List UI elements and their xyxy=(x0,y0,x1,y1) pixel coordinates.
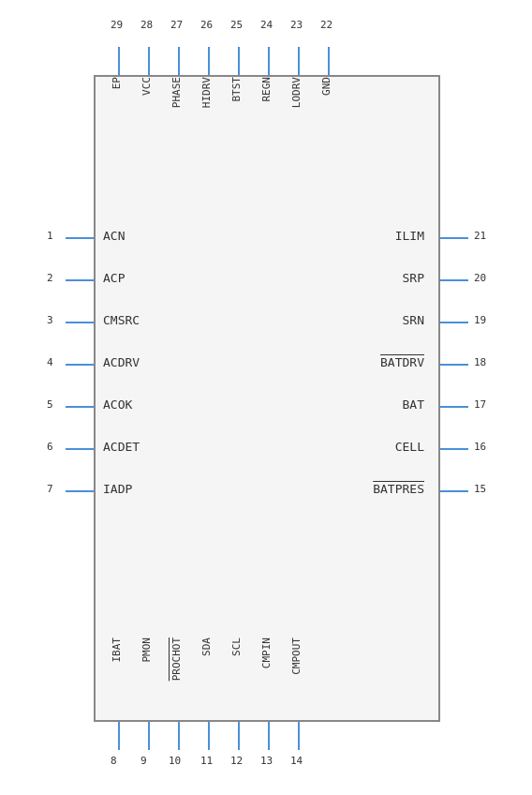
pin-10-line xyxy=(178,722,180,750)
pin-19-label: SRN xyxy=(403,313,424,327)
pin-11-number: 11 xyxy=(200,755,213,767)
pin-26-line xyxy=(208,47,210,75)
pin-2-label: ACP xyxy=(103,271,125,285)
pin-3-line xyxy=(66,322,94,323)
ic-diagram: 29 EP 28 VCC 27 PHASE 26 HIDRV 25 BTST 2… xyxy=(0,0,532,795)
pin-16-number: 16 xyxy=(474,441,486,453)
pin-22-line xyxy=(328,47,330,75)
pin-2-number: 2 xyxy=(47,272,53,284)
pin-7-label: IADP xyxy=(103,482,132,496)
pin-16-line xyxy=(440,448,468,450)
pin-25-number: 25 xyxy=(230,19,243,31)
pin-5-number: 5 xyxy=(47,398,53,411)
pin-29-number: 29 xyxy=(111,19,123,31)
pin-24-line xyxy=(268,47,270,75)
pin-25-line xyxy=(238,47,240,75)
pin-9-label: PMON xyxy=(140,638,153,663)
pin-4-label: ACDRV xyxy=(103,355,140,369)
pin-12-label: SCL xyxy=(230,638,243,656)
pin-1-number: 1 xyxy=(47,230,53,242)
pin-5-label: ACOK xyxy=(103,398,132,412)
pin-29-line xyxy=(118,47,120,75)
pin-19-number: 19 xyxy=(474,314,486,326)
pin-18-label: BATDRV xyxy=(380,355,424,369)
pin-23-number: 23 xyxy=(290,19,303,31)
pin-16-label: CELL xyxy=(395,440,424,454)
pin-17-line xyxy=(440,406,468,408)
pin-21-line xyxy=(440,237,468,239)
pin-3-label: CMSRC xyxy=(103,313,140,327)
pin-19-line xyxy=(440,322,468,323)
pin-20-label: SRP xyxy=(403,271,424,285)
pin-6-label: ACDET xyxy=(103,440,140,454)
pin-26-label: HIDRV xyxy=(200,77,213,108)
pin-23-label: LODRV xyxy=(290,77,303,108)
pin-5-line xyxy=(66,406,94,408)
pin-23-line xyxy=(298,47,300,75)
pin-10-label: PROCHOT xyxy=(170,638,183,681)
pin-4-number: 4 xyxy=(47,356,53,368)
pin-22-label: GND xyxy=(320,77,332,96)
pin-8-line xyxy=(118,722,120,750)
pin-3-number: 3 xyxy=(47,314,53,326)
pin-15-number: 15 xyxy=(474,483,486,495)
pin-27-label: PHASE xyxy=(170,77,183,108)
pin-27-number: 27 xyxy=(170,19,183,31)
pin-1-label: ACN xyxy=(103,229,125,243)
pin-14-label: CMPOUT xyxy=(290,638,303,675)
pin-24-label: REGN xyxy=(260,77,273,102)
pin-21-label: ILIM xyxy=(395,229,424,243)
pin-11-label: SDA xyxy=(200,638,213,656)
pin-12-line xyxy=(238,722,240,750)
pin-8-number: 8 xyxy=(111,755,117,767)
pin-20-number: 20 xyxy=(474,272,486,284)
pin-6-line xyxy=(66,448,94,450)
pin-24-number: 24 xyxy=(260,19,273,31)
pin-12-number: 12 xyxy=(230,755,243,767)
pin-17-number: 17 xyxy=(474,398,486,411)
pin-20-line xyxy=(440,279,468,281)
pin-28-line xyxy=(148,47,150,75)
pin-15-line xyxy=(440,490,468,492)
pin-13-number: 13 xyxy=(260,755,273,767)
pin-27-line xyxy=(178,47,180,75)
pin-22-number: 22 xyxy=(320,19,332,31)
pin-6-number: 6 xyxy=(47,441,53,453)
pin-21-number: 21 xyxy=(474,230,486,242)
ic-body xyxy=(94,75,440,722)
pin-13-label: CMPIN xyxy=(260,638,273,668)
pin-26-number: 26 xyxy=(200,19,213,31)
pin-13-line xyxy=(268,722,270,750)
pin-8-label: IBAT xyxy=(111,638,123,663)
pin-2-line xyxy=(66,279,94,281)
pin-4-line xyxy=(66,364,94,366)
pin-28-number: 28 xyxy=(140,19,153,31)
pin-17-label: BAT xyxy=(403,398,424,412)
pin-11-line xyxy=(208,722,210,750)
pin-25-label: BTST xyxy=(230,77,243,102)
pin-18-line xyxy=(440,364,468,366)
pin-15-label: BATPRES xyxy=(373,482,424,496)
pin-9-line xyxy=(148,722,150,750)
pin-7-number: 7 xyxy=(47,483,53,495)
pin-18-number: 18 xyxy=(474,356,486,368)
pin-10-number: 10 xyxy=(169,755,181,767)
pin-9-number: 9 xyxy=(140,755,147,767)
pin-29-label: EP xyxy=(111,77,123,89)
pin-7-line xyxy=(66,490,94,492)
pin-14-line xyxy=(298,722,300,750)
pin-14-number: 14 xyxy=(290,755,303,767)
pin-28-label: VCC xyxy=(140,77,153,96)
pin-1-line xyxy=(66,237,94,239)
